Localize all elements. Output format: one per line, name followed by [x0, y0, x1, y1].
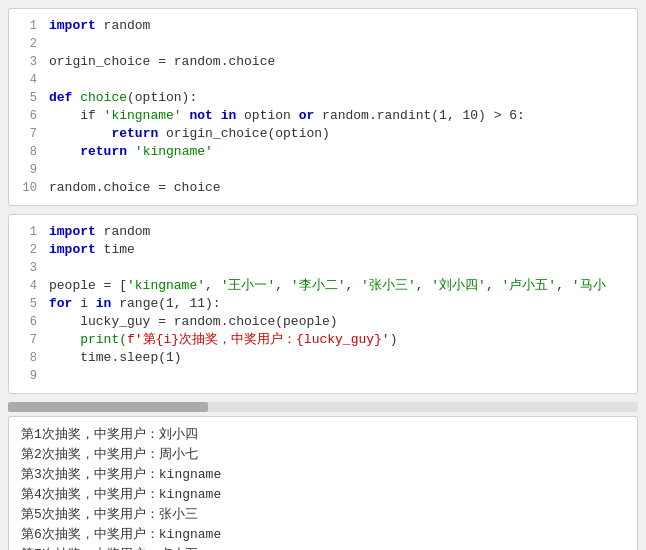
line-number: 4 [17, 71, 37, 89]
token: , [556, 278, 572, 293]
token: import [49, 18, 96, 33]
token: print( [80, 332, 127, 347]
code-line: 9 [9, 367, 637, 385]
line-number: 5 [17, 89, 37, 107]
code-line: 1import random [9, 223, 637, 241]
line-content: return origin_choice(option) [49, 125, 629, 143]
token: time.sleep(1) [49, 350, 182, 365]
line-content: time.sleep(1) [49, 349, 629, 367]
code-line: 6 lucky_guy = random.choice(people) [9, 313, 637, 331]
line-number: 1 [17, 17, 37, 35]
code-line: 7 return origin_choice(option) [9, 125, 637, 143]
code-line: 8 return 'kingname' [9, 143, 637, 161]
code-line: 2 [9, 35, 637, 53]
token: range(1, 11): [111, 296, 220, 311]
token: or [299, 108, 315, 123]
line-number: 8 [17, 143, 37, 161]
token: , [345, 278, 361, 293]
code-line: 10random.choice = choice [9, 179, 637, 197]
line-number: 3 [17, 53, 37, 71]
code-block-2: 1import random2import time34people = ['k… [8, 214, 638, 394]
line-number: 3 [17, 259, 37, 277]
token: random.choice = choice [49, 180, 221, 195]
line-number: 2 [17, 35, 37, 53]
token: 'kingname' [104, 108, 182, 123]
token: random [96, 18, 151, 33]
code-block-1: 1import random23origin_choice = random.c… [8, 8, 638, 206]
token: return [111, 126, 158, 141]
line-number: 7 [17, 331, 37, 349]
line-number: 8 [17, 349, 37, 367]
line-number: 4 [17, 277, 37, 295]
token: def [49, 90, 72, 105]
line-content: origin_choice = random.choice [49, 53, 629, 71]
code-line: 2import time [9, 241, 637, 259]
code-line: 3origin_choice = random.choice [9, 53, 637, 71]
token: option [236, 108, 298, 123]
token: random [96, 224, 151, 239]
token: origin_choice = random.choice [49, 54, 275, 69]
token: random.randint(1, 10) > 6: [314, 108, 525, 123]
line-content: def choice(option): [49, 89, 629, 107]
token [49, 332, 80, 347]
token: '卢小五' [502, 278, 557, 293]
code-line: 7 print(f'第{i}次抽奖，中奖用户：{lucky_guy}') [9, 331, 637, 349]
line-content: lucky_guy = random.choice(people) [49, 313, 629, 331]
line-number: 5 [17, 295, 37, 313]
token: in [96, 296, 112, 311]
token: , [275, 278, 291, 293]
line-number: 9 [17, 161, 37, 179]
code-line: 4 [9, 71, 637, 89]
token: '张小三' [361, 278, 416, 293]
output-block: 第1次抽奖，中奖用户：刘小四第2次抽奖，中奖用户：周小七第3次抽奖，中奖用户：k… [8, 416, 638, 550]
token: f'第{i}次抽奖，中奖用户：{lucky_guy}' [127, 332, 390, 347]
token: return [80, 144, 127, 159]
token: , [486, 278, 502, 293]
code-line: 5for i in range(1, 11): [9, 295, 637, 313]
line-number: 2 [17, 241, 37, 259]
line-number: 6 [17, 313, 37, 331]
line-content: for i in range(1, 11): [49, 295, 629, 313]
code-line: 4people = ['kingname', '王小一', '李小二', '张小… [9, 277, 637, 295]
token: '李小二' [291, 278, 346, 293]
token: not in [189, 108, 236, 123]
token: 'kingname' [127, 278, 205, 293]
token: people = [ [49, 278, 127, 293]
output-line: 第3次抽奖，中奖用户：kingname [21, 465, 625, 485]
line-content: people = ['kingname', '王小一', '李小二', '张小三… [49, 277, 629, 295]
code-line: 6 if 'kingname' not in option or random.… [9, 107, 637, 125]
output-line: 第7次抽奖，中奖用户：卢小五 [21, 545, 625, 550]
code-line: 9 [9, 161, 637, 179]
token: , [416, 278, 432, 293]
token [49, 144, 80, 159]
token [49, 126, 111, 141]
line-number: 7 [17, 125, 37, 143]
line-number: 1 [17, 223, 37, 241]
line-content: import random [49, 223, 629, 241]
token [49, 368, 80, 383]
token: lucky_guy = random.choice(people) [49, 314, 338, 329]
code-line: 1import random [9, 17, 637, 35]
scrollbar[interactable] [8, 402, 638, 412]
token: choice [72, 90, 127, 105]
line-content: import time [49, 241, 629, 259]
token: for [49, 296, 72, 311]
token: '刘小四' [431, 278, 486, 293]
code-line: 5def choice(option): [9, 89, 637, 107]
token: ) [390, 332, 398, 347]
token [127, 144, 135, 159]
token: origin_choice(option) [158, 126, 330, 141]
token: i [72, 296, 95, 311]
line-content [49, 367, 629, 385]
output-line: 第5次抽奖，中奖用户：张小三 [21, 505, 625, 525]
token: , [205, 278, 221, 293]
code-line: 3 [9, 259, 637, 277]
token: import [49, 242, 96, 257]
token: time [96, 242, 135, 257]
token: (option): [127, 90, 197, 105]
line-content: return 'kingname' [49, 143, 629, 161]
line-number: 10 [17, 179, 37, 197]
scrollbar-thumb[interactable] [8, 402, 208, 412]
line-number: 6 [17, 107, 37, 125]
output-line: 第6次抽奖，中奖用户：kingname [21, 525, 625, 545]
